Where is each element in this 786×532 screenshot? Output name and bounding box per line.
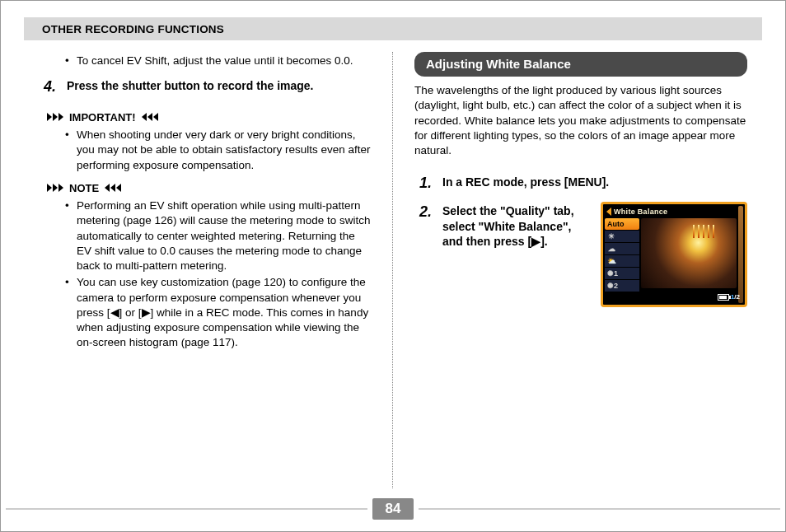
menu-row-fluorescent1: ✺1 [605,268,639,279]
step-number: 2. [419,202,442,307]
step-2: 2. Select the "Quality" tab, select "Whi… [419,202,747,307]
menu-row-fluorescent2: ✺2 [605,280,639,292]
page-total: /2 [734,293,740,301]
note-label-text: NOTE [69,181,99,196]
important-bullet-1-text: When shooting under very dark or very br… [77,128,371,173]
shade-icon: ⛅ [607,256,615,266]
footer-line-left [6,508,367,510]
back-arrow-icon [605,207,613,217]
step-number: 1. [419,173,442,193]
white-balance-heading-text: Adjusting White Balance [426,57,571,71]
white-balance-intro: The wavelengths of the light produced by… [414,83,747,158]
step-text: In a REC mode, press [MENU]. [442,173,609,193]
page-indicator: 1/2 [731,293,740,302]
bulb-icon: ✺1 [607,268,615,278]
note-bullet-1-text: Performing an EV shift operation while u… [77,198,371,273]
note-bullet-2-text: You can use key customization (page 120)… [77,275,371,350]
menu-row-daylight: ☀ [605,231,639,242]
cancel-ev-bullet: • To cancel EV Shift, adjust the value u… [65,54,371,68]
two-column-layout: • To cancel EV Shift, adjust the value u… [24,52,762,488]
label-arrows-right-icon [47,184,64,192]
section-header: OTHER RECORDING FUNCTIONS [24,17,762,40]
menu-row-cloudy: ☁ [605,243,639,254]
label-arrows-left-icon [104,184,121,192]
bullet-dot-icon: • [65,54,77,68]
label-arrows-left-icon [141,113,158,121]
note-bullets: • Performing an EV shift operation while… [65,198,371,350]
bullet-dot-icon: • [65,198,77,273]
cancel-ev-text: To cancel EV Shift, adjust the value unt… [77,54,353,68]
menu-row-auto: Auto [605,218,639,230]
screenshot-preview-image [641,218,737,288]
step-text: Press the shutter button to record the i… [67,77,314,96]
screenshot-status: 1/2 [718,293,740,302]
screenshot-titlebar: White Balance [605,206,743,217]
menu-row-label: Auto [607,219,625,229]
camera-screenshot: White Balance Auto ☀ ☁ ⛅ ✺1 ✺2 [601,202,747,307]
important-bullet-1: • When shooting under very dark or very … [65,128,371,173]
page-number: 84 [372,498,414,520]
manual-page: OTHER RECORDING FUNCTIONS • To cancel EV… [0,0,786,532]
screenshot-scroll-indicator [738,206,743,303]
bullet-dot-icon: • [65,275,77,350]
step-text: Select the "Quality" tab, select "White … [442,202,589,250]
candles-icon [693,225,714,238]
step-number: 4. [44,77,67,96]
note-bullet-1: • Performing an EV shift operation while… [65,198,371,273]
cloud-icon: ☁ [607,244,615,254]
sun-icon: ☀ [607,231,615,241]
battery-icon [718,294,729,301]
bullet-dot-icon: • [65,128,77,173]
important-bullets: • When shooting under very dark or very … [65,128,371,173]
white-balance-heading: Adjusting White Balance [414,52,747,77]
important-label-text: IMPORTANT! [69,110,136,125]
footer-line-right [419,508,780,510]
note-label: NOTE [47,181,371,196]
label-arrows-right-icon [47,113,64,121]
step-4: 4. Press the shutter button to record th… [44,77,371,96]
section-header-title: OTHER RECORDING FUNCTIONS [42,23,224,35]
menu-row-shade: ⛅ [605,255,639,267]
right-column: Adjusting White Balance The wavelengths … [393,52,762,488]
important-label: IMPORTANT! [47,110,371,125]
step-1: 1. In a REC mode, press [MENU]. [419,173,747,193]
screenshot-title: White Balance [614,207,667,217]
left-column: • To cancel EV Shift, adjust the value u… [24,52,393,488]
screenshot-menu: Auto ☀ ☁ ⛅ ✺1 ✺2 [605,218,639,292]
bulb-icon: ✺2 [607,281,615,291]
page-footer: 84 [1,498,785,520]
note-bullet-2: • You can use key customization (page 12… [65,275,371,350]
